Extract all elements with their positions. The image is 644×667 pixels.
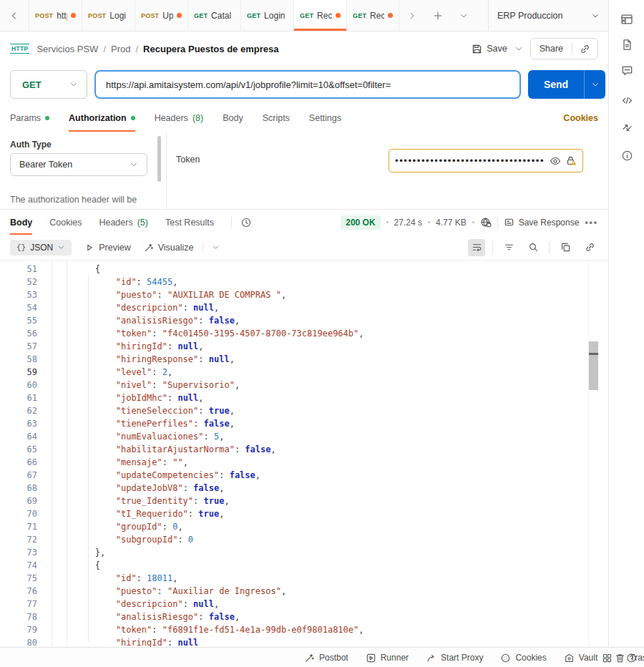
divider [231, 217, 232, 228]
tab-options-button[interactable] [451, 0, 477, 31]
request-tab[interactable]: POSTLogi [82, 0, 135, 31]
method-value: GET [22, 79, 42, 90]
wrap-text-button[interactable] [468, 239, 485, 256]
search-button[interactable] [525, 239, 542, 256]
save-button[interactable]: Save [472, 44, 507, 54]
show-token-button[interactable] [550, 155, 561, 167]
http-request-icon: HTTP [10, 44, 29, 54]
line-number: 68 [0, 482, 37, 495]
statusbar-start-proxy-button[interactable]: Start Proxy [426, 653, 483, 663]
request-subtab-headers[interactable]: Headers(8) [155, 103, 204, 133]
network-info-icon[interactable] [480, 217, 492, 228]
format-selector[interactable]: {} JSON [10, 240, 72, 255]
response-body-editor[interactable]: 51 {52 "id": 54455,53 "puesto": "AUXILIA… [0, 261, 608, 647]
documentation-icon[interactable] [618, 36, 635, 53]
proxy-icon [426, 653, 436, 663]
has-values-dot [45, 116, 49, 120]
auth-hint-text: The authorization header will be [10, 195, 162, 205]
send-button[interactable]: Send [528, 70, 605, 99]
plus-icon [433, 11, 443, 21]
request-tab[interactable]: POSThttp [29, 0, 82, 31]
code-icon[interactable] [618, 92, 635, 109]
response-subtab-body[interactable]: Body [10, 210, 32, 235]
response-subtab-test-results[interactable]: Test Results [165, 210, 214, 235]
request-subtab-body[interactable]: Body [223, 103, 243, 133]
scrollbar-thumb[interactable] [589, 341, 598, 390]
response-subtab-cookies[interactable]: Cookies [49, 210, 82, 235]
statusbar-postbot-button[interactable]: Postbot [304, 653, 348, 663]
code-text: "token": "f4c01450-3195-4507-8700-73c819… [37, 327, 364, 340]
line-number: 75 [0, 572, 37, 585]
visualize-button[interactable]: Visualize [144, 243, 194, 253]
response-body-toolbar: {} JSON Preview Visualize [0, 235, 608, 261]
request-tab[interactable]: GETRecu [293, 0, 346, 31]
method-selector[interactable]: GET [10, 70, 87, 99]
related-icon[interactable] [618, 119, 635, 136]
request-subtab-scripts[interactable]: Scripts [263, 103, 290, 133]
code-line: 51 { [0, 263, 608, 276]
new-tab-button[interactable] [425, 0, 451, 31]
help-button[interactable] [624, 651, 638, 665]
request-subtab-settings[interactable]: Settings [309, 103, 341, 133]
url-input[interactable] [94, 70, 521, 99]
save-response-button[interactable]: Save Response [504, 217, 580, 228]
request-subtab-authorization[interactable]: Authorization [69, 103, 135, 133]
more-actions-icon[interactable]: ••• [585, 218, 598, 228]
visualize-options-button[interactable] [203, 243, 220, 251]
breadcrumb-separator: / [135, 44, 138, 54]
save-options-button[interactable] [514, 44, 523, 53]
code-line: 80 "hiringId": null [0, 636, 608, 647]
response-subtab-headers[interactable]: Headers(5) [99, 210, 148, 235]
split-panes-button[interactable] [600, 651, 614, 665]
request-tab[interactable]: GETCatal [187, 0, 240, 31]
line-number: 73 [0, 546, 37, 559]
save-icon [472, 44, 482, 54]
scroll-tabs-right-button[interactable] [399, 0, 425, 31]
statusbar-runner-button[interactable]: Runner [366, 653, 409, 663]
request-tab[interactable]: POSTUpc [135, 0, 187, 31]
status-badge[interactable]: 200 OK [341, 215, 380, 230]
scrollbar[interactable] [157, 136, 161, 182]
unsaved-changes-dot [177, 13, 182, 18]
response-header: BodyCookiesHeaders(5)Test Results 200 OK… [0, 209, 608, 235]
eye-icon [550, 155, 561, 167]
save-label: Save [487, 44, 507, 54]
line-number: 61 [0, 391, 37, 404]
filter-button[interactable] [500, 239, 517, 256]
auth-type-selector[interactable]: Bearer Token [10, 153, 147, 176]
response-size[interactable]: 4.77 KB [436, 218, 467, 228]
back-button[interactable] [0, 0, 29, 31]
environment-icon[interactable] [618, 11, 635, 28]
statusbar-vault-button[interactable]: Vault [564, 653, 597, 663]
request-tab[interactable]: GETLogin [240, 0, 293, 31]
share-body-button[interactable] [581, 239, 598, 256]
token-input[interactable]: •••••••••••••••••••••••••••••••••• [389, 149, 583, 172]
dot-separator [472, 221, 474, 223]
chevron-down-icon [591, 80, 600, 89]
breadcrumb-collection[interactable]: Prod [111, 44, 130, 54]
preview-button[interactable]: Preview [84, 243, 130, 253]
cookies-link[interactable]: Cookies [563, 113, 598, 123]
request-tab[interactable]: GETRecu [346, 0, 399, 31]
info-icon[interactable] [618, 147, 635, 164]
statusbar-cookies-button[interactable]: Cookies [500, 653, 546, 663]
unsaved-changes-dot [388, 13, 393, 18]
scroll-position-marker [589, 353, 598, 355]
code-line: 68 "updateJobV8": false, [0, 482, 608, 495]
send-options-button[interactable] [584, 70, 605, 99]
comment-icon[interactable] [618, 62, 635, 79]
copy-link-button[interactable] [572, 39, 597, 59]
copy-button[interactable] [557, 239, 574, 256]
response-history-button[interactable] [240, 217, 252, 228]
request-subtab-params[interactable]: Params [10, 103, 49, 133]
breadcrumb-workspace[interactable]: Servicios PSW [36, 44, 98, 54]
share-button[interactable]: Share [531, 39, 572, 59]
workspace-selector[interactable]: ERP Produccion [488, 0, 608, 31]
request-name[interactable]: Recupera Puestos de empresa [143, 44, 278, 54]
right-sidebar [608, 0, 644, 647]
response-time[interactable]: 27.24 s [394, 218, 422, 228]
panel-divider[interactable] [166, 133, 167, 209]
code-text: "groupId": 0, [37, 520, 183, 533]
secret-warning-icon[interactable] [565, 155, 577, 167]
chevron-right-icon [408, 11, 416, 20]
